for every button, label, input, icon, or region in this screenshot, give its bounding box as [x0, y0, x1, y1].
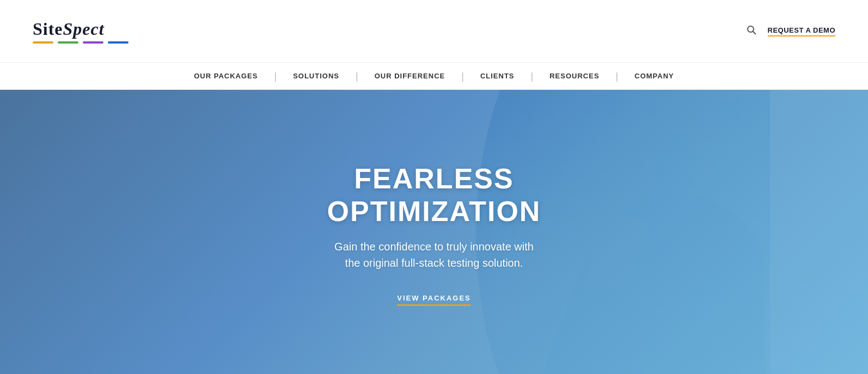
- logo-bar-1: [33, 41, 53, 44]
- logo-bar-2: [58, 41, 78, 44]
- main-nav: OUR PACKAGES | SOLUTIONS | OUR DIFFERENC…: [0, 63, 868, 90]
- hero-subtitle-line2: the original full-stack testing solution…: [345, 257, 523, 269]
- nav-item-our-packages[interactable]: OUR PACKAGES: [178, 63, 274, 89]
- hero-title: FEARLESS OPTIMIZATION: [243, 162, 625, 228]
- hero-section: FEARLESS OPTIMIZATION Gain the confidenc…: [0, 90, 868, 374]
- search-icon[interactable]: [746, 24, 757, 38]
- logo-bars: [33, 41, 129, 44]
- hero-content: FEARLESS OPTIMIZATION Gain the confidenc…: [243, 162, 625, 306]
- nav-item-our-difference[interactable]: OUR DIFFERENCE: [358, 63, 462, 89]
- logo-spect: Spect: [63, 19, 105, 39]
- hero-subtitle-line1: Gain the confidence to truly innovate wi…: [334, 241, 534, 253]
- svg-point-0: [748, 26, 754, 32]
- request-demo-link[interactable]: REQUEST A DEMO: [768, 26, 836, 36]
- nav-item-resources[interactable]: RESOURCES: [533, 63, 615, 89]
- header: SiteSpect REQUEST A DEMO: [0, 0, 868, 63]
- logo-bar-3: [83, 41, 103, 44]
- svg-line-1: [753, 31, 756, 34]
- nav-item-company[interactable]: COMPANY: [618, 63, 690, 89]
- logo-text: SiteSpect: [33, 19, 105, 39]
- hero-subtitle: Gain the confidence to truly innovate wi…: [243, 238, 625, 271]
- nav-item-clients[interactable]: CLIENTS: [464, 63, 531, 89]
- logo[interactable]: SiteSpect: [33, 19, 129, 44]
- header-right: REQUEST A DEMO: [746, 24, 836, 38]
- hero-cta-button[interactable]: VIEW PACKAGES: [397, 294, 471, 306]
- nav-item-solutions[interactable]: SOLUTIONS: [277, 63, 356, 89]
- logo-site: Site: [33, 19, 63, 39]
- logo-bar-4: [108, 41, 129, 44]
